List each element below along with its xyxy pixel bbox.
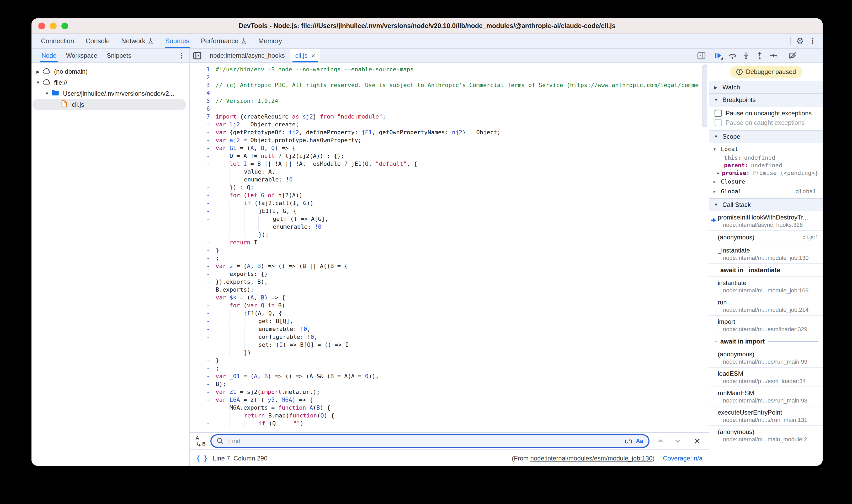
line-number[interactable]: -	[190, 357, 216, 364]
find-previous-icon[interactable]	[654, 435, 667, 447]
hide-navigator-icon[interactable]	[190, 49, 205, 62]
line-number[interactable]: -	[190, 207, 216, 215]
code-line[interactable]: - let I = B || !A || !A.__esModule ? jE1…	[190, 160, 709, 168]
sidebar-tab-snippets[interactable]: Snippets	[102, 49, 136, 62]
line-number[interactable]: -	[190, 372, 216, 380]
breakpoint-option-pause-on-uncaught-exceptions[interactable]: Pause on uncaught exceptions	[709, 109, 823, 118]
tab-performance[interactable]: Performance	[196, 34, 252, 48]
code-line[interactable]: - var aj2 = Object.prototype.hasOwnPrope…	[190, 136, 709, 144]
code-line[interactable]: - jE1(A, Q, {	[190, 309, 709, 317]
code-line[interactable]: - })	[190, 349, 709, 357]
scope-group-expander-icon[interactable]: ▶	[713, 180, 718, 184]
code-line[interactable]: - enumerable: !0	[190, 223, 709, 231]
code-line[interactable]: - ;	[190, 254, 709, 262]
tree-item-users-jinhuilee-nvm-versions-node-v2[interactable]: ▼ Users/jinhuilee/.nvm/versions/node/v2.…	[32, 88, 190, 99]
code-line[interactable]: - value: A,	[190, 168, 709, 176]
tab-network[interactable]: Network	[116, 34, 159, 48]
step-out-button[interactable]	[753, 50, 766, 61]
code-line[interactable]: - }	[190, 357, 709, 364]
regex-toggle[interactable]: (.*)	[625, 438, 632, 444]
tab-connection[interactable]: Connection	[36, 34, 79, 48]
editor-scrollbar[interactable]	[703, 65, 707, 431]
step-button[interactable]	[767, 50, 780, 61]
code-line[interactable]: - get: B[Q],	[190, 317, 709, 325]
scope-variable-parent[interactable]: parent: undefined	[709, 162, 823, 169]
line-number[interactable]: -	[190, 270, 216, 278]
code-line[interactable]: - var Z1 = sj2(import.meta.url);	[190, 388, 709, 396]
call-stack-frame-promiseinithookwithdestroytr[interactable]: promiseInitHookWithDestroyTr... node:int…	[709, 211, 823, 231]
resume-button[interactable]	[712, 50, 725, 61]
line-number[interactable]: -	[190, 341, 216, 349]
call-stack-frame-executeuserentrypoint[interactable]: executeUserEntryPoint node:internal/m...…	[709, 407, 823, 426]
code-line[interactable]: - var G1 = (A, B, Q) => {	[190, 144, 709, 152]
line-number[interactable]: -	[190, 160, 216, 168]
code-line[interactable]: - get: () => A[G],	[190, 215, 709, 223]
deactivate-breakpoints-button[interactable]	[786, 50, 799, 61]
scope-variable-promise[interactable]: ▶ promise: Promise {<pending>}	[709, 169, 823, 177]
code-line[interactable]: - var _01 = (A, B) => () => (A && (B = A…	[190, 372, 709, 380]
tab-sources[interactable]: Sources	[160, 34, 195, 48]
line-number[interactable]: 2	[190, 73, 216, 81]
line-number[interactable]: 5	[190, 97, 216, 105]
line-number[interactable]: -	[190, 121, 216, 128]
coverage-link[interactable]: Coverage: n/a	[663, 455, 703, 462]
line-number[interactable]: -	[190, 302, 216, 309]
show-debugger-panel-icon[interactable]	[694, 49, 709, 62]
call-stack-frame-import[interactable]: import node:internal/m...esm/loader:329	[709, 316, 823, 335]
line-number[interactable]: -	[190, 223, 216, 231]
line-number[interactable]: -	[190, 128, 216, 136]
code-line[interactable]: - });	[190, 231, 709, 239]
sidebar-tab-workspace[interactable]: Workspace	[61, 49, 102, 62]
tree-item-no-domain[interactable]: ▶ (no domain)	[32, 66, 190, 77]
close-window-button[interactable]	[38, 22, 45, 29]
tree-item-file[interactable]: ▼ file://	[32, 77, 190, 88]
scope-group-expander-icon[interactable]: ▶	[713, 189, 718, 194]
code-line[interactable]: - B);	[190, 380, 709, 388]
line-number[interactable]: -	[190, 325, 216, 333]
line-number[interactable]: -	[190, 215, 216, 223]
settings-gear-icon[interactable]: ⚙	[796, 37, 804, 45]
tree-expander-icon[interactable]: ▶	[35, 69, 41, 74]
code-line[interactable]: - for (var Q in B)	[190, 302, 709, 309]
code-line[interactable]: - ;	[190, 364, 709, 372]
navigator-kebab-menu-icon[interactable]	[178, 51, 185, 60]
call-stack-frame-anonymous[interactable]: (anonymous) cli.js:1	[709, 231, 823, 245]
line-number[interactable]: 3	[190, 81, 216, 89]
line-number[interactable]: -	[190, 333, 216, 341]
tab-memory[interactable]: Memory	[253, 34, 287, 48]
call-stack-section-header[interactable]: ▼ Call Stack	[709, 198, 823, 211]
scope-variable-this[interactable]: this: undefined	[709, 154, 823, 162]
close-find-icon[interactable]	[691, 435, 704, 447]
line-number[interactable]: -	[190, 396, 216, 404]
minimize-window-button[interactable]	[50, 22, 57, 29]
code-line[interactable]: 1 #!/usr/bin/env -S node --no-warnings -…	[190, 66, 709, 73]
code-line[interactable]: - }) : Q;	[190, 183, 709, 192]
code-line[interactable]: - var z = (A, B) => () => (B || A((B = {	[190, 262, 709, 270]
code-line[interactable]: - }	[190, 247, 709, 254]
code-line[interactable]: 3 // (c) Anthropic PBC. All rights reser…	[190, 81, 709, 89]
tab-close-icon[interactable]: ×	[311, 52, 315, 59]
tree-expander-icon[interactable]: ▼	[35, 80, 41, 85]
line-number[interactable]: 4	[190, 89, 216, 97]
find-next-icon[interactable]	[672, 435, 684, 447]
code-line[interactable]: 6	[190, 105, 709, 113]
find-input[interactable]	[227, 437, 621, 445]
match-case-toggle[interactable]: Aa	[636, 438, 643, 445]
sidebar-tab-node[interactable]: Node	[37, 49, 61, 62]
call-stack-frame-run[interactable]: run node:internal/m...module_job:214	[709, 296, 823, 316]
scrollbar-thumb[interactable]	[703, 65, 707, 127]
zoom-window-button[interactable]	[61, 22, 68, 29]
line-number[interactable]: -	[190, 412, 216, 419]
checkbox[interactable]	[714, 119, 722, 126]
scope-group-global[interactable]: ▶ Global global	[709, 186, 823, 196]
code-line[interactable]: - var lj2 = Object.create;	[190, 121, 709, 128]
watch-section-header[interactable]: ▶ Watch	[709, 81, 823, 94]
line-number[interactable]: -	[190, 136, 216, 144]
line-number[interactable]: -	[190, 309, 216, 317]
code-line[interactable]: - exports: {}	[190, 270, 709, 278]
scope-group-closure[interactable]: ▶ Closure	[709, 177, 823, 186]
code-editor[interactable]: 1 #!/usr/bin/env -S node --no-warnings -…	[190, 63, 709, 432]
editor-tab-cli-js[interactable]: cli.js ×	[290, 49, 321, 62]
code-line[interactable]: - enumerable: !0	[190, 176, 709, 183]
code-line[interactable]: - }).exports, B),	[190, 278, 709, 286]
